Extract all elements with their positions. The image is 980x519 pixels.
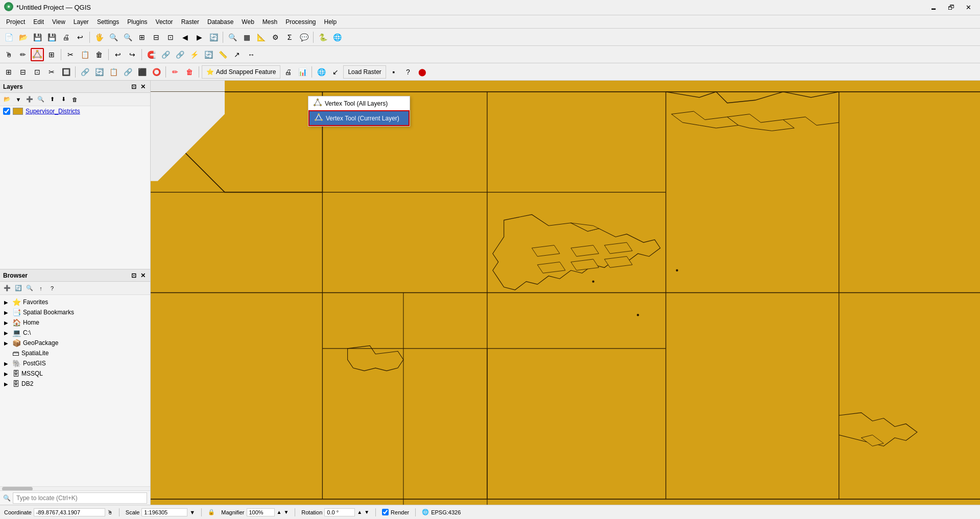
close-button[interactable]: ✕ [961, 2, 976, 13]
locate-input[interactable] [13, 492, 147, 504]
map-tips-btn[interactable]: 💬 [297, 31, 310, 44]
crs-btn[interactable]: 🌐 [330, 31, 344, 44]
node-btn[interactable]: ⭕ [150, 65, 163, 79]
browser-add-btn[interactable]: ➕ [2, 283, 12, 293]
browser-close-icon[interactable]: ✕ [139, 271, 147, 280]
scale-btn[interactable]: 📏 [216, 48, 229, 61]
undo-edit-btn[interactable]: ↩ [111, 48, 125, 61]
digitize-extra[interactable]: ✂ [45, 65, 58, 79]
new-project-btn[interactable]: 📄 [2, 31, 15, 44]
scale-input[interactable] [141, 508, 187, 516]
vertex-tool-btn[interactable] [31, 48, 44, 61]
select-btn[interactable]: ▦ [240, 31, 253, 44]
tree-item-mssql[interactable]: ▶ 🗄 MSSQL [2, 368, 148, 379]
help-btn[interactable]: ? [401, 65, 415, 79]
menu-item-vector[interactable]: Vector [152, 17, 177, 27]
tree-item-home[interactable]: ▶ 🏠 Home [2, 317, 148, 328]
copy-feature-btn[interactable]: 📋 [78, 48, 91, 61]
tree-item-spatial-bookmarks[interactable]: ▶ 📑 Spatial Bookmarks [2, 307, 148, 317]
flip-btn[interactable]: ↔ [245, 48, 258, 61]
zoom-previous-btn[interactable]: ◀ [178, 31, 192, 44]
render-checkbox[interactable] [382, 509, 389, 515]
menu-item-mesh[interactable]: Mesh [258, 17, 281, 27]
wms-btn[interactable]: 🌐 [315, 65, 328, 79]
stats-circle-btn[interactable]: ⬤ [416, 65, 429, 79]
map-area[interactable]: Vertex Tool (All Layers) Vertex Tool (Cu… [151, 81, 980, 505]
menu-item-web[interactable]: Web [237, 17, 258, 27]
menu-item-database[interactable]: Database [203, 17, 237, 27]
zoom-selection-btn[interactable]: ⊡ [164, 31, 177, 44]
layer-filter2-btn[interactable]: 🔍 [36, 94, 46, 105]
rotation-input[interactable] [324, 508, 355, 516]
print-composer-btn[interactable]: 🖨 [281, 65, 295, 79]
layer-btn3[interactable]: ⊡ [31, 65, 44, 79]
save-as-btn[interactable]: 💾 [45, 31, 58, 44]
rotation-spinner-down[interactable]: ▼ [364, 509, 369, 515]
browser-hscroll[interactable] [0, 486, 150, 490]
identify-btn[interactable]: 🔍 [226, 31, 239, 44]
delete-feature-btn[interactable]: 🗑 [92, 48, 106, 61]
fill-btn[interactable]: ⬛ [135, 65, 149, 79]
load-raster-btn[interactable]: Load Raster [343, 65, 386, 79]
undo-btn[interactable]: ↩ [74, 31, 87, 44]
print-btn[interactable]: 🖨 [59, 31, 73, 44]
rotate2-btn[interactable]: 🔄 [92, 65, 106, 79]
crs-item[interactable]: 🌐 EPSG:4326 [422, 509, 461, 515]
digitize-extras-btn[interactable]: 🔗 [159, 48, 172, 61]
layer-filter-btn[interactable]: ▼ [13, 94, 23, 105]
browser-refresh-btn[interactable]: 🔄 [13, 283, 23, 293]
browser-help-btn[interactable]: ? [47, 283, 57, 293]
tree-item-favorites[interactable]: ▶ ⭐ Favorites [2, 297, 148, 307]
arrow-btn[interactable]: ↙ [329, 65, 342, 79]
zoom-out-btn[interactable]: 🔍 [121, 31, 134, 44]
menu-item-layer[interactable]: Layer [69, 17, 93, 27]
pan-btn[interactable]: 🖐 [92, 31, 106, 44]
magnifier-spinner-down[interactable]: ▼ [283, 509, 289, 515]
zoom-full-btn[interactable]: ⊞ [135, 31, 149, 44]
menu-item-help[interactable]: Help [320, 17, 341, 27]
layer-style-btn[interactable]: ▪ [387, 65, 400, 79]
vertex-tool-all-layers-item[interactable]: Vertex Tool (All Layers) [308, 96, 410, 110]
edit-red2-btn[interactable]: 🗑 [183, 65, 196, 79]
layers-settings-icon[interactable]: ⊡ [130, 83, 138, 91]
multi-edit-btn[interactable]: ⊞ [45, 48, 58, 61]
tree-item-db2[interactable]: ▶ 🗄 DB2 [2, 379, 148, 389]
menu-item-project[interactable]: Project [2, 17, 29, 27]
rotate-btn[interactable]: 🔄 [202, 48, 215, 61]
edit-red-btn[interactable]: ✏ [169, 65, 182, 79]
digitize-extra2[interactable]: 🔲 [59, 65, 73, 79]
zoom-layer-btn[interactable]: ⊟ [150, 31, 163, 44]
vertex-tool-current-layer-item[interactable]: Vertex Tool (Current Layer) [308, 110, 410, 126]
menu-item-processing[interactable]: Processing [281, 17, 320, 27]
magnifier-input[interactable] [247, 508, 275, 516]
redo-edit-btn[interactable]: ↪ [126, 48, 139, 61]
browser-filter-btn[interactable]: 🔍 [25, 283, 35, 293]
trace-btn[interactable]: 🔗 [173, 48, 186, 61]
open-project-btn[interactable]: 📂 [16, 31, 30, 44]
snap-config-btn[interactable]: 🧲 [145, 48, 158, 61]
menu-item-edit[interactable]: Edit [29, 17, 48, 27]
geom2-btn[interactable]: 📋 [107, 65, 120, 79]
geom-btn[interactable]: 🔗 [78, 65, 91, 79]
measure-btn[interactable]: 📐 [254, 31, 268, 44]
menu-item-raster[interactable]: Raster [177, 17, 203, 27]
layer-down-btn[interactable]: ⬇ [58, 94, 68, 105]
layers-close-icon[interactable]: ✕ [139, 83, 147, 91]
zoom-next-btn[interactable]: ▶ [193, 31, 206, 44]
scale2-btn[interactable]: 🔗 [121, 65, 134, 79]
offset-btn[interactable]: ↗ [230, 48, 244, 61]
browser-settings-icon[interactable]: ⊡ [130, 271, 138, 280]
menu-item-plugins[interactable]: Plugins [123, 17, 151, 27]
zoom-in-btn[interactable]: 🔍 [107, 31, 120, 44]
layer-add-btn[interactable]: ➕ [25, 94, 35, 105]
maximize-button[interactable]: 🗗 [943, 2, 959, 13]
layer-up-btn[interactable]: ⬆ [47, 94, 57, 105]
digitize-btn[interactable]: ✏ [16, 48, 30, 61]
layer-btn2[interactable]: ⊟ [16, 65, 30, 79]
atlas-btn[interactable]: 📊 [296, 65, 309, 79]
cut-feature-btn[interactable]: ✂ [64, 48, 77, 61]
layer-open-btn[interactable]: 📂 [2, 94, 12, 105]
layer-remove-btn[interactable]: 🗑 [69, 94, 80, 105]
add-snapped-feature-btn[interactable]: ⭐ Add Snapped Feature [202, 65, 280, 79]
python-btn[interactable]: 🐍 [316, 31, 329, 44]
